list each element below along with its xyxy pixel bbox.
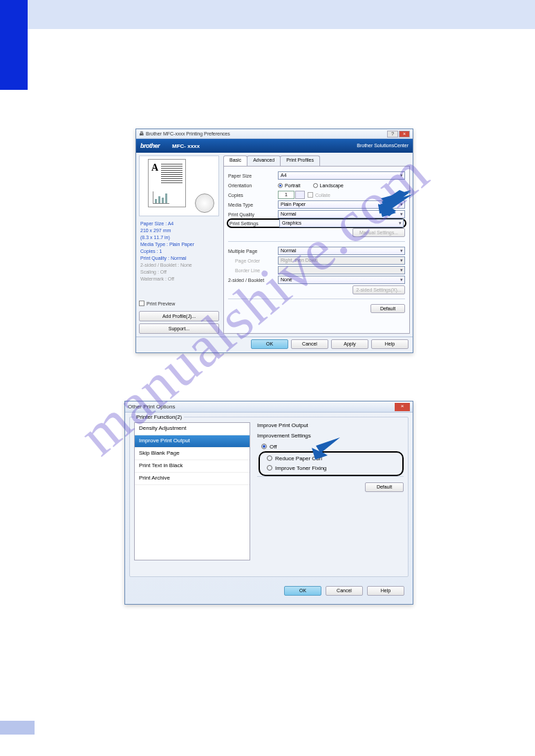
page-order-select: Right, then Down: [278, 256, 405, 265]
media-type-label: Media Type: [228, 202, 278, 207]
page-number-box: [0, 721, 35, 735]
printing-preferences-dialog: 🖶 Brother MFC-xxxx Printing Preferences …: [135, 129, 413, 353]
copies-spinner[interactable]: [295, 191, 305, 199]
copies-input[interactable]: 1: [278, 191, 294, 199]
help-button-icon[interactable]: ?: [387, 131, 398, 138]
function-listbox[interactable]: Density Adjustment Improve Print Output …: [134, 422, 250, 560]
copies-label: Copies: [228, 193, 278, 198]
right-pane-header: Improve Print Output: [257, 422, 404, 428]
group-title: Printer Function(2): [134, 414, 184, 420]
window-icon: 🖶: [139, 131, 144, 136]
duplex-settings-button[interactable]: 2-sided Settings(X)...: [353, 285, 405, 294]
list-item[interactable]: Skip Blank Page: [135, 448, 250, 460]
print-settings-row-highlight: Print Settings Graphics: [227, 218, 406, 228]
list-item[interactable]: Print Archive: [135, 473, 250, 485]
tab-advanced[interactable]: Advanced: [247, 155, 281, 166]
preview-info: Paper Size : A4 210 x 297 mm (8.3 x 11.7…: [139, 219, 219, 284]
border-line-label: Border Line: [228, 268, 278, 273]
apply-button[interactable]: Apply: [331, 339, 368, 349]
reduce-curl-radio[interactable]: [267, 455, 272, 461]
model-label: MFC- xxxx: [172, 143, 200, 149]
multiple-page-label: Multiple Page: [228, 249, 278, 254]
window-title: Other Print Options: [128, 404, 175, 410]
header-band: [28, 0, 535, 29]
landscape-radio[interactable]: [313, 183, 318, 188]
magnifier-icon: [195, 193, 214, 213]
solutions-center-link[interactable]: Brother SolutionsCenter: [357, 143, 409, 149]
print-settings-label: Print Settings: [229, 221, 279, 226]
brand-bar: brother MFC- xxxx Brother SolutionsCente…: [136, 139, 413, 153]
help-button[interactable]: Help: [367, 586, 404, 596]
page-order-label: Page Order: [228, 258, 278, 263]
print-preview-checkbox[interactable]: Print Preview: [139, 301, 219, 306]
list-item[interactable]: Print Text in Black: [135, 460, 250, 473]
portrait-radio[interactable]: [278, 183, 283, 188]
left-band: [0, 0, 28, 90]
improve-toner-radio[interactable]: [267, 465, 272, 471]
brand-logo: brother: [140, 142, 160, 149]
multiple-page-select[interactable]: Normal: [278, 247, 405, 255]
tab-basic[interactable]: Basic: [223, 155, 247, 166]
callout-arrow-icon: [377, 192, 415, 218]
default-button[interactable]: Default: [370, 304, 405, 313]
collate-checkbox[interactable]: [308, 192, 313, 198]
orientation-label: Orientation: [228, 183, 278, 188]
paper-size-label: Paper Size: [228, 173, 278, 178]
tab-profiles[interactable]: Print Profiles: [280, 155, 320, 166]
ok-button[interactable]: OK: [284, 586, 321, 596]
print-quality-label: Print Quality: [228, 212, 278, 217]
default-button[interactable]: Default: [365, 482, 404, 492]
cancel-button[interactable]: Cancel: [291, 339, 328, 349]
list-item[interactable]: Density Adjustment: [135, 423, 250, 435]
paper-size-select[interactable]: A4: [278, 171, 405, 180]
duplex-select[interactable]: None: [278, 276, 405, 284]
border-line-select: [278, 266, 405, 274]
close-icon[interactable]: ×: [395, 403, 410, 411]
manual-settings-button[interactable]: Manual Settings...: [353, 228, 405, 237]
preview-panel: A Paper Size : A4 210 x 297 mm (8.3 x 11…: [139, 155, 219, 334]
window-title: Brother MFC-xxxx Printing Preferences: [146, 131, 230, 136]
page-thumbnail: A: [139, 155, 219, 216]
tabs: Basic Advanced Print Profiles: [223, 155, 410, 166]
add-profile-button[interactable]: Add Profile(J)...: [139, 311, 219, 321]
cancel-button[interactable]: Cancel: [326, 586, 363, 596]
list-item[interactable]: Improve Print Output: [135, 435, 250, 448]
support-button[interactable]: Support...: [139, 323, 219, 334]
duplex-label: 2-sided / Booklet: [228, 278, 278, 283]
close-icon[interactable]: ×: [399, 131, 410, 138]
titlebar: Other Print Options ×: [125, 401, 413, 413]
ok-button[interactable]: OK: [251, 339, 288, 349]
help-button[interactable]: Help: [371, 339, 409, 349]
off-radio[interactable]: [261, 444, 267, 449]
other-print-options-dialog: Other Print Options × Printer Function(2…: [124, 401, 413, 605]
print-settings-select[interactable]: Graphics: [279, 219, 404, 227]
callout-arrow-icon: [311, 435, 346, 463]
titlebar: 🖶 Brother MFC-xxxx Printing Preferences …: [136, 129, 413, 139]
